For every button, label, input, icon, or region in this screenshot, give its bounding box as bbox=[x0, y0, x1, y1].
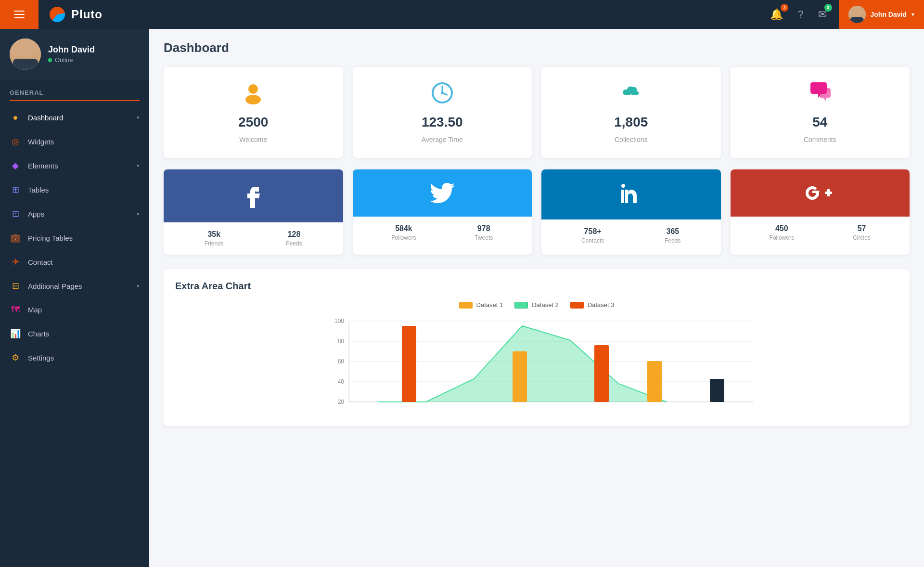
brand-logo bbox=[48, 5, 66, 24]
sidebar-item-label-dashboard: Dashboard bbox=[28, 114, 63, 122]
hamburger-icon bbox=[14, 11, 25, 18]
stat-card-welcome: 2500 Welcome bbox=[164, 67, 343, 158]
help-button[interactable]: ? bbox=[795, 6, 806, 23]
clock-icon bbox=[431, 81, 454, 109]
svg-text:20: 20 bbox=[338, 399, 345, 405]
linkedin-stats: 758+ Contacts 365 Feeds bbox=[541, 219, 721, 252]
sidebar-item-label-contact: Contact bbox=[28, 258, 53, 266]
sidebar-item-map[interactable]: 🗺 Map bbox=[0, 298, 149, 322]
svg-rect-21 bbox=[513, 351, 527, 402]
sidebar-user: John David Online bbox=[0, 29, 149, 79]
googleplus-header bbox=[731, 169, 910, 217]
sidebar-section-label: General bbox=[0, 79, 149, 100]
svg-text:40: 40 bbox=[338, 378, 345, 385]
chevron-down-icon-elements: ▾ bbox=[137, 163, 140, 169]
googleplus-followers: 450 Followers bbox=[770, 224, 794, 241]
pages-icon: ⊟ bbox=[10, 281, 21, 291]
gear-icon: ⚙ bbox=[10, 352, 21, 363]
notifications-button[interactable]: 🔔 2 bbox=[768, 6, 785, 23]
social-card-googleplus: 450 Followers 57 Circles bbox=[731, 169, 910, 255]
stat-value-welcome: 2500 bbox=[238, 115, 268, 130]
brand-name: Pluto bbox=[71, 8, 103, 21]
topnav-avatar bbox=[848, 6, 866, 23]
stat-card-avg-time: 123.50 Average Time bbox=[353, 67, 532, 158]
facebook-feeds: 128 Feeds bbox=[286, 230, 302, 247]
sidebar-item-label-elements: Elements bbox=[28, 162, 58, 170]
legend-swatch-2 bbox=[514, 302, 528, 309]
status-dot-icon bbox=[48, 58, 52, 62]
sidebar-item-tables[interactable]: ⊞ Tables bbox=[0, 178, 149, 202]
legend-label-2: Dataset 2 bbox=[532, 301, 559, 309]
linkedin-contacts: 758+ Contacts bbox=[581, 227, 604, 244]
topnav-chevron-icon: ▾ bbox=[911, 11, 914, 18]
sidebar-item-label-charts: Charts bbox=[28, 330, 49, 338]
table-icon: ⊞ bbox=[10, 184, 21, 195]
sidebar-avatar bbox=[10, 39, 41, 70]
sidebar: John David Online General ● Dashboard ▾ … bbox=[0, 29, 149, 567]
notifications-badge: 2 bbox=[781, 4, 788, 12]
comments-icon bbox=[808, 81, 833, 109]
chevron-down-icon-apps: ▾ bbox=[137, 211, 140, 217]
social-card-linkedin: 758+ Contacts 365 Feeds bbox=[541, 169, 721, 255]
sidebar-item-label-tables: Tables bbox=[28, 186, 49, 194]
facebook-header bbox=[164, 169, 343, 222]
main-content: Dashboard 2500 Welcome bbox=[149, 29, 924, 567]
chart-section: Extra Area Chart Dataset 1 Dataset 2 Dat… bbox=[164, 269, 910, 426]
sidebar-item-apps[interactable]: ⊡ Apps ▾ bbox=[0, 202, 149, 226]
map-icon: 🗺 bbox=[10, 305, 21, 315]
legend-swatch-1 bbox=[459, 302, 473, 309]
legend-dataset1: Dataset 1 bbox=[459, 301, 503, 309]
stat-card-collections: 1,805 Collections bbox=[541, 67, 721, 158]
user-icon bbox=[242, 81, 265, 109]
sidebar-item-additional-pages[interactable]: ⊟ Additional Pages ▾ bbox=[0, 274, 149, 298]
legend-swatch-3 bbox=[570, 302, 584, 309]
twitter-tweets: 978 Tweets bbox=[475, 224, 493, 241]
topnav: Pluto 🔔 2 ? ✉ 3 John David ▾ bbox=[0, 0, 924, 29]
chevron-down-icon-pages: ▾ bbox=[137, 283, 140, 289]
svg-rect-18 bbox=[402, 326, 416, 402]
facebook-friends: 35k Friends bbox=[205, 230, 224, 247]
sidebar-item-settings[interactable]: ⚙ Settings bbox=[0, 346, 149, 370]
svg-point-0 bbox=[248, 84, 258, 94]
paper-plane-icon: ✈ bbox=[10, 257, 21, 267]
twitter-header bbox=[353, 169, 532, 217]
sidebar-item-label-settings: Settings bbox=[28, 354, 54, 362]
sidebar-item-label-apps: Apps bbox=[28, 210, 44, 218]
sidebar-item-label-map: Map bbox=[28, 306, 42, 314]
svg-text:60: 60 bbox=[338, 358, 345, 365]
stat-label-avg-time: Average Time bbox=[422, 136, 463, 143]
facebook-stats: 35k Friends 128 Feeds bbox=[164, 222, 343, 255]
question-icon: ? bbox=[797, 8, 803, 20]
sidebar-user-status: Online bbox=[48, 56, 95, 64]
widgets-icon: ◎ bbox=[10, 136, 21, 147]
messages-badge: 3 bbox=[824, 4, 832, 12]
sidebar-item-dashboard[interactable]: ● Dashboard ▾ bbox=[0, 106, 149, 129]
linkedin-feeds: 365 Feeds bbox=[665, 227, 680, 244]
briefcase-icon: 💼 bbox=[10, 232, 21, 243]
user-menu[interactable]: John David ▾ bbox=[839, 0, 924, 29]
twitter-stats: 584k Followers 978 Tweets bbox=[353, 217, 532, 249]
messages-button[interactable]: ✉ 3 bbox=[816, 6, 829, 23]
chart-bar-icon: 📊 bbox=[10, 328, 21, 339]
legend-label-3: Dataset 3 bbox=[588, 301, 615, 309]
legend-dataset2: Dataset 2 bbox=[514, 301, 559, 309]
sidebar-item-pricing-tables[interactable]: 💼 Pricing Tables bbox=[0, 226, 149, 250]
sidebar-toggle[interactable] bbox=[0, 0, 38, 29]
googleplus-stats: 450 Followers 57 Circles bbox=[731, 217, 910, 249]
stat-value-comments: 54 bbox=[812, 115, 827, 130]
apps-icon: ⊡ bbox=[10, 208, 21, 219]
sidebar-item-widgets[interactable]: ◎ Widgets bbox=[0, 129, 149, 154]
body-layout: John David Online General ● Dashboard ▾ … bbox=[0, 29, 924, 567]
sidebar-item-label-additional-pages: Additional Pages bbox=[28, 282, 82, 290]
stat-card-comments: 54 Comments bbox=[731, 67, 910, 158]
stat-label-welcome: Welcome bbox=[239, 136, 267, 143]
brand: Pluto bbox=[38, 5, 408, 24]
diamond-icon: ◆ bbox=[10, 160, 21, 171]
sidebar-item-charts[interactable]: 📊 Charts bbox=[0, 322, 149, 346]
social-cards: 35k Friends 128 Feeds bbox=[164, 169, 910, 255]
linkedin-header bbox=[541, 169, 721, 219]
sidebar-item-contact[interactable]: ✈ Contact bbox=[0, 250, 149, 274]
chevron-down-icon: ▾ bbox=[137, 115, 140, 121]
stat-cards: 2500 Welcome 123.50 Average Time bbox=[164, 67, 910, 158]
sidebar-item-elements[interactable]: ◆ Elements ▾ bbox=[0, 154, 149, 178]
